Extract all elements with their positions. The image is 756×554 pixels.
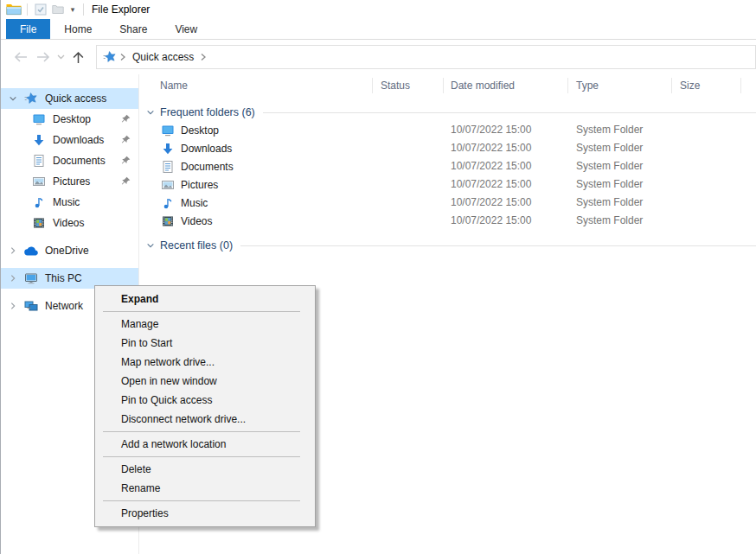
back-button[interactable] [10, 51, 32, 63]
menu-item-pin-to-start[interactable]: Pin to Start [95, 334, 315, 353]
tab-view[interactable]: View [161, 19, 211, 39]
file-row-music[interactable]: Music10/07/2022 15:00System Folder [139, 194, 756, 212]
tab-share[interactable]: Share [106, 19, 161, 39]
explorer-logo-icon[interactable] [5, 1, 22, 18]
date-modified-cell: 10/07/2022 15:00 [451, 175, 531, 194]
menu-item-expand[interactable]: Expand [95, 290, 315, 309]
menu-item-open-in-new-window[interactable]: Open in new window [95, 372, 315, 391]
chevron-right-icon[interactable] [119, 53, 126, 61]
name-cell: Music [160, 194, 208, 212]
group-header-frequent-folders-6[interactable]: Frequent folders (6) [139, 104, 756, 121]
file-row-desktop[interactable]: Desktop10/07/2022 15:00System Folder [139, 121, 756, 139]
column-header-type[interactable]: Type [576, 74, 599, 97]
sidebar-item-label: Pictures [53, 175, 90, 188]
file-name: Pictures [181, 179, 218, 191]
window-title: File Explorer [92, 3, 150, 16]
chevron-right-icon[interactable] [8, 246, 18, 255]
ribbon-tabs: FileHomeShareView [1, 19, 756, 40]
type-cell: System Folder [576, 175, 643, 194]
new-folder-icon[interactable] [49, 1, 67, 18]
pin-icon [121, 135, 131, 147]
customize-quick-access-toolbar-icon[interactable]: ▾ [67, 5, 79, 14]
column-header-size[interactable]: Size [680, 74, 700, 97]
date-modified-cell: 10/07/2022 15:00 [451, 194, 531, 212]
menu-item-manage[interactable]: Manage [95, 315, 315, 334]
file-name: Documents [181, 161, 234, 173]
name-cell: Videos [160, 212, 212, 230]
chevron-down-icon[interactable] [8, 94, 18, 103]
group-rule [263, 112, 756, 113]
videos-icon [31, 216, 47, 230]
type-cell: System Folder [576, 194, 643, 212]
group-label: Recent files (0) [160, 239, 233, 252]
sidebar-item-desktop[interactable]: Desktop [1, 109, 138, 130]
sidebar-item-downloads[interactable]: Downloads [1, 130, 138, 150]
file-name: Downloads [181, 143, 232, 155]
menu-separator [103, 311, 300, 312]
name-cell: Pictures [160, 175, 218, 194]
file-name: Desktop [181, 124, 219, 137]
address-bar[interactable]: Quick access [96, 45, 756, 69]
menu-item-disconnect-network-drive[interactable]: Disconnect network drive... [95, 410, 315, 429]
type-cell: System Folder [576, 157, 643, 175]
menu-item-pin-to-quick-access[interactable]: Pin to Quick access [95, 391, 315, 410]
file-row-videos[interactable]: Videos10/07/2022 15:00System Folder [139, 212, 756, 230]
recent-locations-icon[interactable] [54, 54, 67, 60]
quick-access-star-icon [103, 50, 117, 64]
pin-icon [121, 176, 131, 188]
sidebar-item-label: Videos [53, 217, 84, 229]
column-separator [740, 78, 741, 93]
network-icon [23, 299, 39, 313]
sidebar-item-videos[interactable]: Videos [1, 213, 138, 233]
chevron-down-icon[interactable] [146, 108, 155, 117]
sidebar-item-label: Quick access [45, 92, 106, 105]
file-row-downloads[interactable]: Downloads10/07/2022 15:00System Folder [139, 139, 756, 157]
column-header-date-modified[interactable]: Date modified [451, 74, 515, 97]
menu-item-map-network-drive[interactable]: Map network drive... [95, 353, 315, 372]
menu-item-rename[interactable]: Rename [95, 479, 315, 498]
column-separator [372, 78, 373, 93]
star-icon [23, 92, 39, 105]
up-button[interactable] [67, 51, 89, 64]
group-rule [240, 245, 756, 246]
menu-item-add-a-network-location[interactable]: Add a network location [95, 435, 315, 454]
menu-item-properties[interactable]: Properties [95, 504, 315, 523]
breadcrumb-quick-access[interactable]: Quick access [132, 51, 194, 63]
menu-separator [103, 431, 300, 432]
chevron-down-icon[interactable] [146, 241, 155, 250]
file-row-pictures[interactable]: Pictures10/07/2022 15:00System Folder [139, 175, 756, 194]
sidebar-item-quick-access[interactable]: Quick access [1, 88, 138, 109]
pin-icon [121, 156, 131, 168]
column-separator [671, 78, 672, 93]
properties-icon[interactable] [32, 1, 49, 18]
tab-home[interactable]: Home [50, 19, 106, 39]
chevron-right-icon[interactable] [200, 53, 207, 61]
sidebar-item-onedrive[interactable]: OneDrive [1, 240, 138, 261]
group-label: Frequent folders (6) [160, 106, 255, 118]
column-headers: NameStatusDate modifiedTypeSize [139, 74, 756, 97]
chevron-right-icon[interactable] [8, 302, 18, 310]
tab-file[interactable]: File [6, 19, 50, 39]
pictures-icon [160, 178, 176, 192]
type-cell: System Folder [576, 121, 643, 139]
music-icon [31, 195, 47, 209]
downloads-icon [160, 142, 176, 156]
sidebar-item-music[interactable]: Music [1, 192, 138, 213]
documents-icon [31, 154, 47, 168]
group-header-recent-files-0[interactable]: Recent files (0) [139, 237, 756, 254]
date-modified-cell: 10/07/2022 15:00 [451, 212, 531, 230]
videos-icon [160, 214, 176, 228]
file-row-documents[interactable]: Documents10/07/2022 15:00System Folder [139, 157, 756, 175]
sidebar-item-pictures[interactable]: Pictures [1, 171, 138, 192]
column-separator [567, 78, 568, 93]
menu-item-delete[interactable]: Delete [95, 460, 315, 479]
file-name: Music [181, 197, 208, 209]
sidebar-item-label: Network [45, 300, 83, 312]
forward-button[interactable] [32, 51, 54, 63]
downloads-icon [31, 133, 47, 147]
sidebar-item-documents[interactable]: Documents [1, 150, 138, 171]
chevron-right-icon[interactable] [8, 274, 18, 283]
column-header-status[interactable]: Status [381, 74, 410, 97]
column-header-name[interactable]: Name [160, 74, 188, 97]
column-separator [443, 78, 444, 93]
